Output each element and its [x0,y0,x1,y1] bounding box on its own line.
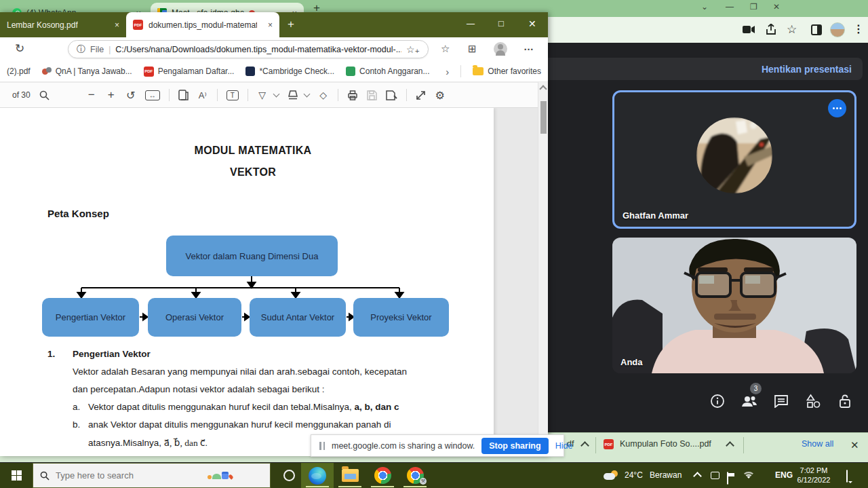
print-icon[interactable] [347,90,358,100]
draw-pen-icon[interactable]: ▽ [257,90,268,100]
highlighter-icon[interactable] [288,90,298,100]
pdf-settings-gear-icon[interactable]: ⚙ [435,89,446,102]
participant-count-badge: 3 [750,383,762,394]
search-icon [40,471,50,481]
battery-icon[interactable] [727,472,728,485]
wifi-icon[interactable] [743,471,754,479]
bookmark-label: Pengalaman Daftar... [158,67,235,76]
page-info-icon[interactable]: ⓘ [77,43,85,56]
activities-icon[interactable] [802,390,824,412]
chevron-up-icon[interactable] [580,441,589,450]
display-tray-icon[interactable] [711,472,719,479]
scrollbar-thumb[interactable] [540,101,547,134]
add-favorite-star-icon[interactable]: ☆₊ [406,44,420,55]
taskbar-search-box[interactable] [33,463,271,488]
save-as-icon[interactable] [386,90,397,100]
bookmark-star-icon[interactable]: ☆ [787,22,797,37]
chrome-profile-avatar[interactable] [830,22,845,37]
camera-icon[interactable] [743,25,755,34]
close-icon[interactable]: × [115,20,119,30]
taskbar-file-explorer-button[interactable] [334,463,366,488]
chrome-menu-chevron-icon[interactable]: ⌄ [701,2,708,12]
action-center-icon[interactable] [846,470,848,483]
bookmark-item[interactable]: (2).pdf [7,67,31,76]
edge-tab-lembar-kosong[interactable]: Lembar Kosong.pdf × [0,12,126,37]
eraser-icon[interactable]: ◇ [318,90,329,100]
cambridge-site-icon [245,67,255,76]
weather-condition[interactable]: Berawan [650,470,682,480]
stop-presenting-button[interactable]: Hentikan presentasi [762,64,852,75]
bookmark-label: Other favorites [488,67,541,76]
edge-tab-dokumen[interactable]: PDF dokumen.tips_modul-matematik × [126,12,279,37]
url-text[interactable]: C:/Users/nana/Downloads/dokumen.tips_mod… [115,45,401,54]
address-bar[interactable]: ⓘ File | C:/Users/nana/Downloads/dokumen… [68,40,429,58]
edge-close-button[interactable]: ✕ [528,18,536,29]
search-icon[interactable] [39,90,50,100]
search-highlights-icon[interactable] [208,472,233,479]
zoom-out-icon[interactable]: − [86,88,97,102]
bookmarks-overflow-chevron-icon[interactable]: › [446,66,449,77]
taskbar-chrome-button[interactable] [366,463,399,488]
new-tab-button[interactable]: + [288,18,294,31]
chrome-minimize-button[interactable]: — [726,2,734,12]
video-tile-ghatfan[interactable]: Ghatfan Ammar [612,90,856,229]
refresh-icon[interactable]: ↻ [15,41,24,56]
participant-avatar [696,117,772,193]
chevron-down-icon[interactable] [303,91,310,98]
taskbar-clock[interactable]: 7:02 PM 6/12/2022 [789,466,838,485]
scroll-up-arrow-icon[interactable] [539,85,547,92]
edge-minimize-button[interactable]: — [467,19,475,29]
settings-more-icon[interactable]: … [524,41,534,52]
edge-profile-avatar[interactable] [494,42,507,56]
fullscreen-icon[interactable] [416,90,426,100]
show-all-downloads-button[interactable]: Show all [802,439,833,449]
chat-icon[interactable] [770,390,792,412]
side-panel-icon[interactable] [811,24,822,35]
chevron-up-icon[interactable] [726,441,734,450]
weather-temp[interactable]: 24°C [625,470,643,480]
chrome-restore-button[interactable]: ❐ [750,2,757,12]
cortana-button[interactable] [273,463,305,488]
bookmark-item[interactable]: *Cambridge Check... [245,67,334,76]
chrome-menu-icon[interactable]: ⋮ [853,22,864,35]
taskbar-chrome-profile-button[interactable]: ⚒ [399,463,431,488]
host-controls-icon[interactable] [834,390,856,412]
bookmark-item[interactable]: PDF Pengalaman Daftar... [144,67,235,77]
start-button[interactable] [0,463,33,488]
add-text-icon[interactable]: T [226,90,239,100]
tile-more-options-button[interactable] [828,99,846,117]
edge-window: Lembar Kosong.pdf × PDF dokumen.tips_mod… [0,12,548,456]
item-b-vector-notation: a⃗, b⃗, dan c⃗. [164,438,208,448]
paragraph-line: dan percepatan.Adapun notasi vektor adal… [73,384,325,394]
bookmark-item[interactable]: QnA | Tanya Jawab... [42,67,132,76]
fit-to-width-icon[interactable]: ↔ [145,90,160,100]
rotate-icon[interactable]: ↺ [125,89,136,102]
download-item-filename[interactable]: Kumpulan Foto So....pdf [620,439,711,449]
clock-date: 6/12/2022 [789,475,838,485]
weather-icon[interactable] [604,470,618,480]
close-icon[interactable]: × [268,20,273,30]
bookmark-item[interactable]: Contoh Anggaran... [346,67,429,76]
chrome-close-button[interactable]: ✕ [773,2,780,12]
edge-maximize-button[interactable]: □ [498,18,504,29]
read-aloud-icon[interactable]: A⁾ [197,90,208,100]
hide-sharing-bar-link[interactable]: Hide [555,441,573,451]
zoom-in-icon[interactable]: + [106,88,117,102]
favorites-icon[interactable]: ☆ [441,43,450,55]
page-view-icon[interactable] [178,90,189,100]
video-tile-anda[interactable]: Anda [612,238,856,373]
show-hidden-icons-chevron[interactable] [693,472,702,481]
collections-icon[interactable]: ⊞ [468,43,477,55]
chevron-down-icon[interactable] [273,91,279,98]
meeting-details-icon[interactable] [707,390,728,412]
other-favorites-folder[interactable]: Other favorites [473,67,541,76]
pdf-scrollbar[interactable] [538,82,548,456]
taskbar-edge-button[interactable] [301,463,334,488]
stop-sharing-button[interactable]: Stop sharing [481,438,548,454]
close-downloads-icon[interactable]: ✕ [850,439,859,451]
flowchart-child-box: Sudut Antar Vektor [250,298,346,337]
participant-name: Ghatfan Ammar [623,210,688,221]
search-input[interactable] [56,470,201,481]
share-icon[interactable] [765,24,777,35]
flowchart-child-box: Operasi Vektor [148,298,241,337]
